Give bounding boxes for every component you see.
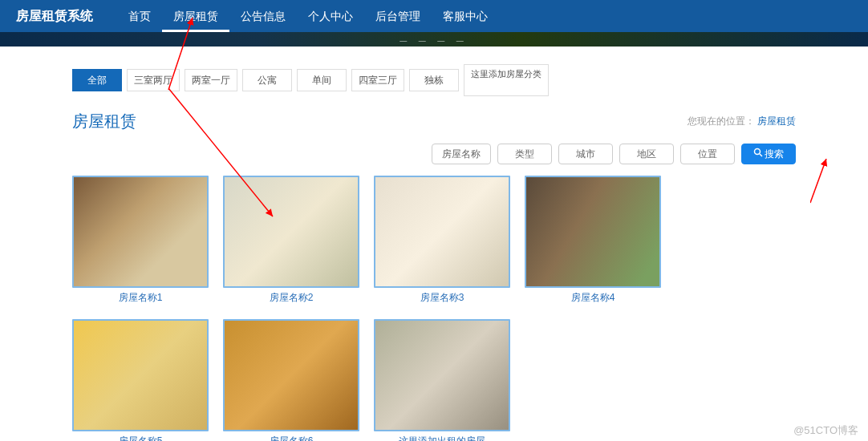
listing-title: 房屋名称2 — [223, 291, 359, 305]
category-btn-3[interactable]: 公寓 — [242, 69, 292, 91]
breadcrumb-current: 房屋租赁 — [757, 115, 796, 127]
breadcrumb: 您现在的位置： 房屋租赁 — [688, 115, 796, 128]
listing-card-2[interactable]: 房屋名称3 — [374, 176, 510, 305]
carousel-dots[interactable]: — — — — — [400, 37, 468, 45]
listing-card-4[interactable]: 房屋名称5 — [72, 319, 209, 441]
nav-item-5[interactable]: 客服中心 — [432, 0, 499, 32]
nav-item-0[interactable]: 首页 — [117, 0, 162, 32]
watermark: @51CTO博客 — [793, 423, 858, 438]
listing-card-1[interactable]: 房屋名称2 — [223, 176, 359, 305]
filter-btn-3[interactable]: 地区 — [619, 144, 674, 164]
nav-item-4[interactable]: 后台管理 — [364, 0, 432, 32]
navbar: 房屋租赁系统 首页房屋租赁公告信息个人中心后台管理客服中心 — [0, 0, 868, 32]
listing-title: 这里添加出租的房屋 — [374, 435, 510, 441]
svg-line-1 — [760, 154, 762, 156]
category-row: 全部三室两厅两室一厅公寓单间四室三厅独栋这里添加房屋分类 — [72, 69, 796, 96]
listing-title: 房屋名称1 — [72, 291, 209, 305]
title-row: 房屋租赁 您现在的位置： 房屋租赁 — [72, 111, 796, 132]
filter-btn-4[interactable]: 位置 — [680, 144, 735, 164]
breadcrumb-prefix: 您现在的位置： — [688, 115, 755, 127]
listing-thumb — [525, 176, 661, 288]
listing-grid: 房屋名称1房屋名称2房屋名称3房屋名称4房屋名称5房屋名称6这里添加出租的房屋 — [72, 176, 796, 441]
category-btn-extra[interactable]: 这里添加房屋分类 — [464, 64, 549, 96]
hero-banner: — — — — — [0, 32, 868, 47]
nav-items: 首页房屋租赁公告信息个人中心后台管理客服中心 — [117, 0, 499, 32]
listing-thumb — [223, 176, 359, 288]
listing-card-3[interactable]: 房屋名称4 — [525, 176, 661, 305]
search-button[interactable]: 搜索 — [741, 144, 796, 164]
logo: 房屋租赁系统 — [16, 8, 93, 25]
listing-thumb — [72, 176, 209, 288]
category-btn-4[interactable]: 单间 — [297, 69, 347, 91]
filter-btn-1[interactable]: 类型 — [497, 144, 552, 164]
listing-thumb — [374, 176, 510, 288]
listing-title: 房屋名称3 — [374, 291, 510, 305]
listing-card-6[interactable]: 这里添加出租的房屋 — [374, 319, 510, 441]
filter-btn-2[interactable]: 城市 — [558, 144, 613, 164]
listing-card-5[interactable]: 房屋名称6 — [223, 319, 359, 441]
page-title: 房屋租赁 — [72, 111, 136, 132]
search-label: 搜索 — [765, 144, 784, 164]
svg-point-0 — [755, 149, 761, 155]
category-btn-2[interactable]: 两室一厅 — [185, 69, 237, 91]
nav-item-3[interactable]: 个人中心 — [297, 0, 364, 32]
nav-item-2[interactable]: 公告信息 — [229, 0, 297, 32]
filter-btn-0[interactable]: 房屋名称 — [432, 144, 491, 164]
category-btn-0[interactable]: 全部 — [72, 69, 122, 91]
category-btn-1[interactable]: 三室两厅 — [127, 69, 180, 91]
listing-title: 房屋名称4 — [525, 291, 661, 305]
category-btn-6[interactable]: 独栋 — [409, 69, 459, 91]
filter-row: 房屋名称类型城市地区位置搜索 — [72, 144, 796, 164]
listing-title: 房屋名称5 — [72, 435, 209, 441]
category-btn-5[interactable]: 四室三厅 — [351, 69, 404, 91]
search-icon — [753, 144, 763, 164]
listing-thumb — [223, 319, 359, 431]
listing-card-0[interactable]: 房屋名称1 — [72, 176, 209, 305]
listing-thumb — [72, 319, 209, 431]
listing-thumb — [374, 319, 510, 431]
listing-title: 房屋名称6 — [223, 435, 359, 441]
nav-item-1[interactable]: 房屋租赁 — [162, 0, 229, 32]
